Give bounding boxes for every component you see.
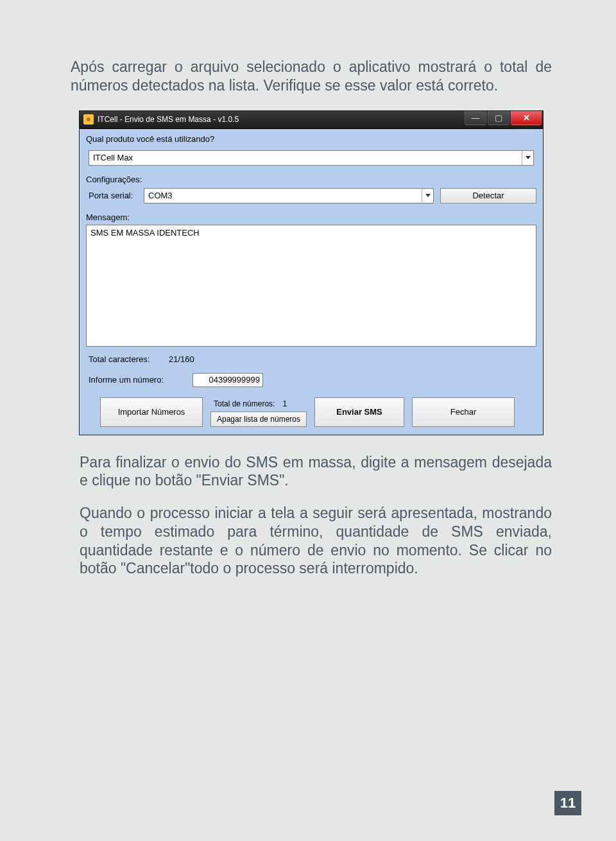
product-question-label: Qual produto você está utilizando? [86, 134, 536, 144]
char-count-label: Total caracteres: [89, 354, 150, 364]
titlebar: ITCell - Envio de SMS em Massa - v1.0.5 … [80, 111, 543, 129]
send-sms-button[interactable]: Enviar SMS [314, 397, 404, 427]
message-label: Mensagem: [86, 212, 536, 222]
numero-input[interactable]: 04399999999 [193, 373, 263, 387]
numero-label: Informe um número: [89, 375, 185, 385]
intro-paragraph: Após carregar o arquivo selecionado o ap… [71, 58, 552, 95]
total-numbers-label: Total de números: [214, 399, 275, 408]
page-number: 11 [554, 791, 581, 815]
serial-port-select[interactable]: COM3 [144, 188, 434, 204]
config-label: Configurações: [86, 175, 536, 184]
total-numbers-value: 1 [282, 399, 287, 408]
total-numbers-readout: Total de números: 1 [210, 397, 307, 410]
chevron-down-icon [422, 189, 433, 203]
app-icon [83, 114, 94, 125]
paragraph-finalize: Para finalizar o envio do SMS em massa, … [80, 453, 552, 490]
product-select-value: ITCell Max [93, 153, 133, 162]
char-count-value: 21/160 [169, 354, 194, 364]
clear-list-button[interactable]: Apagar lista de números [210, 412, 307, 427]
serial-port-label: Porta serial: [86, 191, 137, 200]
import-numbers-button[interactable]: Importar Números [100, 397, 203, 427]
product-select[interactable]: ITCell Max [89, 150, 534, 166]
close-window-button[interactable]: ✕ [511, 111, 542, 125]
close-button[interactable]: Fechar [412, 397, 515, 427]
maximize-button[interactable]: ▢ [488, 111, 509, 125]
detect-button[interactable]: Detectar [440, 188, 536, 204]
message-textarea[interactable]: SMS EM MASSA IDENTECH [86, 225, 536, 347]
chevron-down-icon [522, 151, 533, 165]
app-window: ITCell - Envio de SMS em Massa - v1.0.5 … [79, 110, 543, 435]
minimize-button[interactable]: — [465, 111, 486, 125]
serial-port-value: COM3 [148, 191, 173, 200]
paragraph-process: Quando o processo iniciar a tela a segui… [80, 504, 552, 578]
window-title: ITCell - Envio de SMS em Massa - v1.0.5 [98, 115, 239, 124]
